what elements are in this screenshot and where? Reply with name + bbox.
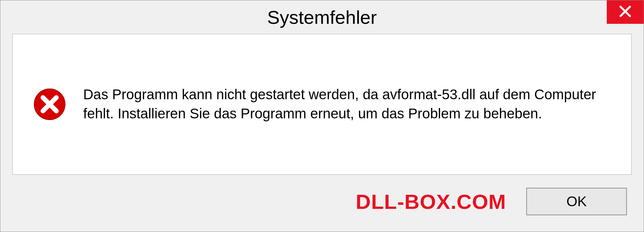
ok-button[interactable]: OK <box>526 188 627 215</box>
error-dialog: Systemfehler Das Programm kann nicht ges… <box>0 0 644 232</box>
error-icon <box>33 88 66 121</box>
dialog-footer: DLL-BOX.COM OK <box>0 181 644 232</box>
content-panel: Das Programm kann nicht gestartet werden… <box>12 34 632 175</box>
error-message: Das Programm kann nicht gestartet werden… <box>83 85 603 123</box>
close-icon <box>619 5 632 19</box>
titlebar: Systemfehler <box>0 0 644 34</box>
watermark-text: DLL-BOX.COM <box>356 190 506 214</box>
close-button[interactable] <box>607 0 644 24</box>
dialog-title: Systemfehler <box>267 6 377 28</box>
